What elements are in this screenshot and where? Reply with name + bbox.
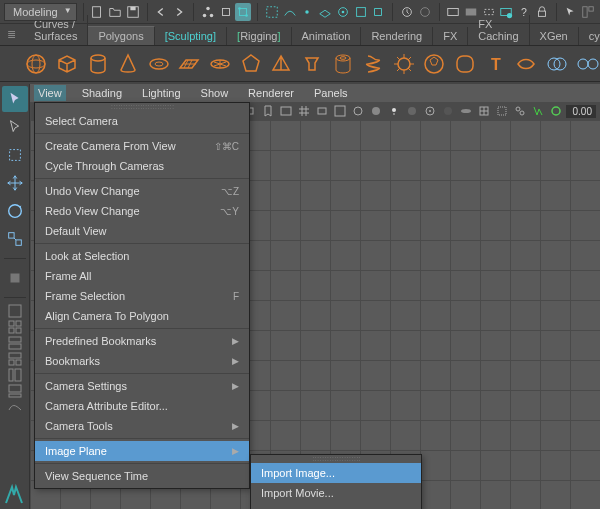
menu-item[interactable]: Frame SelectionF bbox=[35, 286, 249, 306]
exposure-value[interactable]: 0.00 bbox=[566, 105, 596, 118]
panel-menu-show[interactable]: Show bbox=[197, 85, 233, 101]
select-hierarchy-icon[interactable] bbox=[200, 3, 216, 21]
poly-superellipse-icon[interactable] bbox=[453, 51, 478, 77]
menu-item[interactable]: Default View bbox=[35, 221, 249, 241]
menu-item[interactable]: Undo View Change⌥Z bbox=[35, 181, 249, 201]
poly-cube-icon[interactable] bbox=[55, 51, 80, 77]
poly-prism-icon[interactable] bbox=[300, 51, 325, 77]
menu-item[interactable]: Image Plane▶ bbox=[35, 441, 249, 461]
poly-cone-icon[interactable] bbox=[116, 51, 141, 77]
menu-item[interactable]: Create Camera From View⇧⌘C bbox=[35, 136, 249, 156]
shelf-tab-fx[interactable]: FX bbox=[433, 27, 468, 45]
texture-icon[interactable] bbox=[476, 104, 491, 119]
expose-icon[interactable] bbox=[530, 104, 545, 119]
grid-icon[interactable] bbox=[296, 104, 311, 119]
select-component-icon[interactable] bbox=[235, 3, 251, 21]
snap-curve-icon[interactable] bbox=[282, 3, 298, 21]
snap-live-icon[interactable] bbox=[335, 3, 351, 21]
submenu-item[interactable]: Import Image... bbox=[251, 463, 421, 483]
menu-item[interactable]: Camera Attribute Editor... bbox=[35, 396, 249, 416]
poly-platonic-icon[interactable] bbox=[238, 51, 263, 77]
layout-four-icon[interactable] bbox=[8, 320, 22, 334]
panel-menu-lighting[interactable]: Lighting bbox=[138, 85, 185, 101]
save-scene-icon[interactable] bbox=[125, 3, 141, 21]
layout-three-icon[interactable] bbox=[8, 352, 22, 366]
menu-item[interactable]: Camera Tools▶ bbox=[35, 416, 249, 436]
shelf-tab-polygons[interactable]: Polygons bbox=[88, 26, 154, 45]
snap-grid-icon[interactable] bbox=[264, 3, 280, 21]
menu-item[interactable]: Predefined Bookmarks▶ bbox=[35, 331, 249, 351]
poly-combine-icon[interactable] bbox=[545, 51, 570, 77]
layout-single-icon[interactable] bbox=[8, 304, 22, 318]
snap-toggle-icon[interactable] bbox=[370, 3, 386, 21]
image-plane-icon[interactable] bbox=[278, 104, 293, 119]
panel-select-icon[interactable] bbox=[563, 3, 579, 21]
shelf-tab-sculpting[interactable]: Sculpting bbox=[155, 27, 227, 45]
poly-cylinder-icon[interactable] bbox=[85, 51, 110, 77]
menu-item[interactable]: Look at Selection bbox=[35, 246, 249, 266]
menu-item[interactable]: Align Camera To Polygon bbox=[35, 306, 249, 326]
poly-gear-icon[interactable] bbox=[392, 51, 417, 77]
poly-torus-icon[interactable] bbox=[147, 51, 172, 77]
menu-item[interactable]: Bookmarks▶ bbox=[35, 351, 249, 371]
redo-icon[interactable] bbox=[171, 3, 187, 21]
wireframe-icon[interactable] bbox=[350, 104, 365, 119]
film-gate-icon[interactable] bbox=[314, 104, 329, 119]
panel-menu-renderer[interactable]: Renderer bbox=[244, 85, 298, 101]
open-scene-icon[interactable] bbox=[107, 3, 123, 21]
motion-blur-icon[interactable] bbox=[458, 104, 473, 119]
select-tool-icon[interactable] bbox=[2, 86, 28, 112]
poly-soccer-icon[interactable] bbox=[422, 51, 447, 77]
new-scene-icon[interactable] bbox=[90, 3, 106, 21]
gate-mask-icon[interactable] bbox=[332, 104, 347, 119]
layout-two-h-icon[interactable] bbox=[8, 336, 22, 350]
snap-plane-icon[interactable] bbox=[317, 3, 333, 21]
poly-type-icon[interactable]: T bbox=[483, 51, 508, 77]
bookmark-icon[interactable] bbox=[260, 104, 275, 119]
menu-item[interactable]: Camera Settings▶ bbox=[35, 376, 249, 396]
menu-item[interactable]: Select Camera bbox=[35, 111, 249, 131]
history-off-icon[interactable] bbox=[417, 3, 433, 21]
snap-view-icon[interactable] bbox=[353, 3, 369, 21]
menu-item[interactable]: Cycle Through Cameras bbox=[35, 156, 249, 176]
layout-persp-icon[interactable] bbox=[8, 384, 22, 398]
menu-item[interactable]: View Sequence Time bbox=[35, 466, 249, 486]
gamma-icon[interactable] bbox=[548, 104, 563, 119]
xray-icon[interactable] bbox=[494, 104, 509, 119]
workspace-selector[interactable]: Modeling bbox=[4, 3, 77, 21]
lock-icon[interactable] bbox=[534, 3, 550, 21]
shelf-tab-custom[interactable]: cy bbox=[579, 27, 600, 45]
shelf-collapse-icon[interactable]: ≣ bbox=[4, 23, 18, 45]
shadows-icon[interactable] bbox=[404, 104, 419, 119]
smooth-shade-icon[interactable] bbox=[368, 104, 383, 119]
scale-tool-icon[interactable] bbox=[2, 226, 28, 252]
move-tool-icon[interactable] bbox=[2, 170, 28, 196]
svg-import-icon[interactable] bbox=[514, 51, 539, 77]
submenu-item[interactable]: Import Movie... bbox=[251, 483, 421, 503]
panel-layout-icon[interactable] bbox=[580, 3, 596, 21]
poly-sphere-icon[interactable] bbox=[24, 51, 49, 77]
lights-icon[interactable] bbox=[386, 104, 401, 119]
render-icon[interactable] bbox=[445, 3, 461, 21]
xray-joints-icon[interactable] bbox=[512, 104, 527, 119]
poly-separate-icon[interactable] bbox=[575, 51, 600, 77]
poly-pipe-icon[interactable] bbox=[330, 51, 355, 77]
snap-point-icon[interactable] bbox=[299, 3, 315, 21]
poly-plane-icon[interactable] bbox=[177, 51, 202, 77]
shelf-tab-animation[interactable]: Animation bbox=[292, 27, 362, 45]
ao-icon[interactable] bbox=[440, 104, 455, 119]
shelf-tab-rendering[interactable]: Rendering bbox=[361, 27, 433, 45]
shelf-tab-rigging[interactable]: Rigging bbox=[227, 27, 291, 45]
poly-disc-icon[interactable] bbox=[208, 51, 233, 77]
layout-graph-icon[interactable] bbox=[8, 400, 22, 414]
poly-pyramid-icon[interactable] bbox=[269, 51, 294, 77]
last-tool-icon[interactable] bbox=[2, 265, 28, 291]
paint-select-icon[interactable] bbox=[2, 142, 28, 168]
menu-item[interactable]: Frame All bbox=[35, 266, 249, 286]
rotate-tool-icon[interactable] bbox=[2, 198, 28, 224]
poly-helix-icon[interactable] bbox=[361, 51, 386, 77]
menu-item[interactable]: Redo View Change⌥Y bbox=[35, 201, 249, 221]
panel-menu-shading[interactable]: Shading bbox=[78, 85, 126, 101]
panel-menu-panels[interactable]: Panels bbox=[310, 85, 352, 101]
layout-outliner-icon[interactable] bbox=[8, 368, 22, 382]
